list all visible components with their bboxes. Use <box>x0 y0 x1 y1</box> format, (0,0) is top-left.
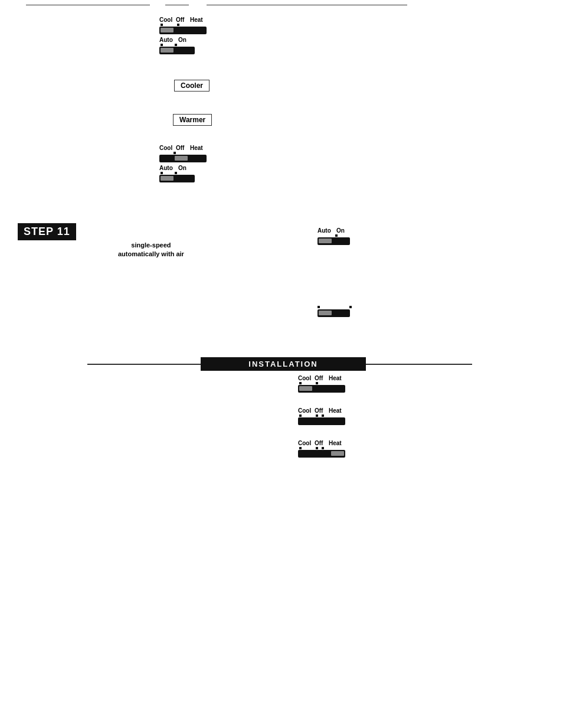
install-labels-1: Cool Off Heat <box>298 375 345 381</box>
label-auto-s11: Auto <box>317 227 336 234</box>
switch-dots-1 <box>161 24 207 26</box>
switch-sub-dots-1 <box>161 44 207 46</box>
mini-dot-2 <box>349 306 352 308</box>
install-label-off-3: Off <box>315 440 329 446</box>
dot-off-2 <box>174 152 176 154</box>
label-auto-2: Auto <box>159 165 178 171</box>
label-heat-2: Heat <box>190 145 207 151</box>
switch-auto-on-step11: Auto On <box>317 227 350 245</box>
install-dot-heat-1 <box>316 382 318 384</box>
mini-dot-1 <box>317 306 320 308</box>
single-speed-text: single-speedautomatically with air <box>118 241 184 259</box>
install-label-heat-1: Heat <box>329 375 345 381</box>
install-knob-1 <box>299 386 312 391</box>
dot-on-s11 <box>335 234 338 237</box>
install-track-1 <box>298 385 345 393</box>
dot-cool-1 <box>161 24 163 26</box>
mini-knob <box>319 311 332 315</box>
warmer-button[interactable]: Warmer <box>173 114 212 126</box>
install-dots-3 <box>299 447 345 449</box>
switch-dots-2 <box>161 152 207 154</box>
installation-banner: INSTALLATION <box>201 357 366 371</box>
install-dot-cool-3 <box>299 447 302 449</box>
mini-dots <box>317 306 353 308</box>
auto-on-dots <box>319 234 350 237</box>
switch-sub-knob-1 <box>161 48 174 53</box>
install-label-cool-2: Cool <box>298 407 315 414</box>
warmer-label: Warmer <box>179 116 205 124</box>
install-label-off-1: Off <box>315 375 329 381</box>
install-dot-cool-1 <box>299 382 302 384</box>
dot-auto-2 <box>161 172 163 174</box>
install-labels-3: Cool Off Heat <box>298 440 345 446</box>
install-label-heat-3: Heat <box>329 440 345 446</box>
switch-knob-1 <box>161 28 174 32</box>
installation-line-right <box>366 364 472 365</box>
label-on-s11: On <box>336 227 348 234</box>
switch-track-2 <box>159 155 207 162</box>
switch-group-2: Cool Off Heat Auto On <box>159 145 207 182</box>
auto-on-track <box>317 237 350 245</box>
label-auto-1: Auto <box>159 37 178 43</box>
top-line-3 <box>207 5 407 5</box>
install-track-3 <box>298 450 345 458</box>
label-off-1: Off <box>176 17 190 23</box>
installation-line-left <box>87 364 201 365</box>
switch-sub-labels-1: Auto On <box>159 37 207 43</box>
switch-group-1: Cool Off Heat Auto On <box>159 17 207 54</box>
label-on-2: On <box>178 165 190 171</box>
step-11-label: STEP 11 <box>18 223 76 240</box>
dot-on-1 <box>175 44 177 46</box>
switch-sub-track-1 <box>159 47 195 54</box>
install-dot-heat-2 <box>322 414 324 417</box>
install-dot-heat-3 <box>322 447 324 449</box>
dot-heat-1 <box>177 24 179 26</box>
install-dots-1 <box>299 382 345 384</box>
switch-sub-knob-2 <box>161 176 174 181</box>
install-label-heat-2: Heat <box>329 407 345 414</box>
installation-text: INSTALLATION <box>248 360 317 368</box>
install-switch-1: Cool Off Heat <box>298 375 345 393</box>
switch-knob-2 <box>175 156 188 161</box>
label-cool-2: Cool <box>159 145 176 151</box>
cooler-label: Cooler <box>181 81 203 90</box>
install-dot-off-2 <box>316 414 318 417</box>
top-line-2 <box>165 5 189 5</box>
install-dot-off-3 <box>316 447 318 449</box>
page: Cool Off Heat Auto On <box>0 0 563 728</box>
switch-sub-track-2 <box>159 175 195 182</box>
switch-sub-dots-2 <box>161 172 207 174</box>
dot-on-2 <box>175 172 177 174</box>
auto-on-labels: Auto On <box>317 227 350 234</box>
switch-top-labels-2: Cool Off Heat <box>159 145 207 151</box>
install-track-2 <box>298 417 345 425</box>
install-dots-2 <box>299 414 345 417</box>
install-switch-2: Cool Off Heat <box>298 407 345 425</box>
install-label-cool-3: Cool <box>298 440 315 446</box>
dot-auto-1 <box>161 44 163 46</box>
label-cool-1: Cool <box>159 17 176 23</box>
switch-track-1 <box>159 27 207 34</box>
switch-top-labels-1: Cool Off Heat <box>159 17 207 23</box>
label-on-1: On <box>178 37 190 43</box>
top-line-1 <box>26 5 150 5</box>
install-dot-cool-2 <box>299 414 302 417</box>
mini-track <box>317 309 350 317</box>
switch-mini-step11 <box>317 306 353 317</box>
install-labels-2: Cool Off Heat <box>298 407 345 414</box>
install-label-cool-1: Cool <box>298 375 315 381</box>
install-switch-3: Cool Off Heat <box>298 440 345 458</box>
label-off-2: Off <box>176 145 190 151</box>
install-knob-3 <box>331 451 344 456</box>
auto-on-knob <box>319 239 332 243</box>
cooler-button[interactable]: Cooler <box>174 80 210 92</box>
install-label-off-2: Off <box>315 407 329 414</box>
switch-sub-labels-2: Auto On <box>159 165 207 171</box>
label-heat-1: Heat <box>190 17 207 23</box>
